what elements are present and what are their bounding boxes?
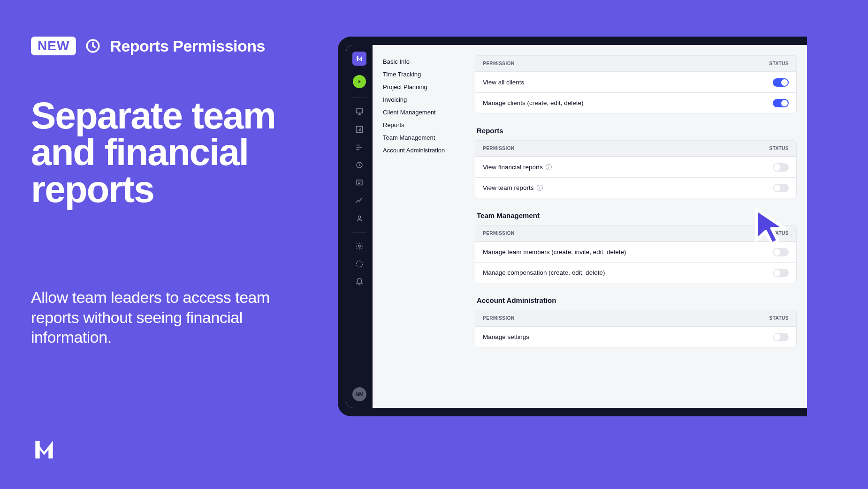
perm-row: Manage team members (create, invite, edi… (475, 241, 796, 262)
toggle[interactable] (773, 163, 789, 172)
section-nav-item[interactable]: Project Planning (383, 81, 471, 93)
col-status: STATUS (769, 61, 789, 66)
svg-point-5 (358, 216, 360, 218)
col-permission: PERMISSION (483, 316, 515, 321)
section-nav-item[interactable]: Time Tracking (383, 68, 471, 81)
toggle[interactable] (773, 78, 789, 87)
avatar[interactable]: NM (352, 387, 366, 401)
section-nav-item[interactable]: Basic Info (383, 55, 471, 68)
perm-row: View all clients (475, 72, 796, 92)
play-timer-button[interactable] (353, 75, 366, 88)
section-nav-item[interactable]: Reports (383, 119, 471, 131)
dashboard-icon[interactable] (352, 122, 366, 136)
perm-label: View team reportsi (483, 184, 543, 191)
user-icon[interactable] (352, 211, 366, 226)
group-title: Reports (477, 127, 797, 135)
section-nav-item[interactable]: Account Administration (383, 144, 471, 157)
perm-row: Manage compensation (create, edit, delet… (475, 262, 796, 283)
marketing-subtext: Allow team leaders to access team report… (31, 287, 312, 347)
new-badge: NEW (31, 37, 76, 55)
perm-row: Manage clients (create, edit, delete) (475, 92, 796, 113)
section-nav-item[interactable]: Team Management (383, 131, 471, 144)
permissions-main: PERMISSION STATUS View all clients Manag… (471, 45, 807, 408)
perm-group-team: Team Management PERMISSION STATUS Manage… (475, 211, 797, 283)
marketing-header: NEW Reports Permissions (31, 37, 312, 55)
brand-logo-icon (31, 436, 57, 463)
section-nav-item[interactable]: Invoicing (383, 93, 471, 106)
analytics-icon[interactable] (352, 194, 366, 208)
perm-row: View financial reportsi (475, 157, 796, 177)
col-permission: PERMISSION (483, 231, 515, 236)
marketing-headline: Separate team and financial reports (31, 98, 312, 208)
svg-point-7 (356, 261, 363, 267)
section-nav: Basic Info Time Tracking Project Plannin… (373, 45, 471, 408)
perm-label: Manage compensation (create, edit, delet… (483, 269, 605, 276)
toggle[interactable] (773, 269, 789, 277)
help-icon[interactable] (352, 257, 366, 271)
col-permission: PERMISSION (483, 146, 515, 151)
toggle[interactable] (773, 99, 789, 107)
icon-rail: NM (346, 45, 373, 408)
section-nav-item[interactable]: Client Management (383, 106, 471, 119)
clock-icon (84, 38, 101, 54)
perm-label: Manage settings (483, 333, 529, 340)
perm-group-reports: Reports PERMISSION STATUS View financial… (475, 127, 797, 198)
svg-point-6 (358, 245, 361, 248)
info-icon[interactable]: i (537, 185, 543, 191)
app-logo-icon[interactable] (352, 52, 366, 66)
perm-label: Manage team members (create, invite, edi… (483, 248, 626, 256)
info-icon[interactable]: i (546, 164, 552, 170)
perm-label: View all clients (483, 79, 524, 86)
col-status: STATUS (769, 231, 789, 236)
bell-icon[interactable] (352, 275, 366, 289)
toggle[interactable] (773, 333, 789, 341)
invoice-icon[interactable] (352, 176, 366, 190)
monitor-icon[interactable] (352, 105, 366, 119)
svg-rect-4 (357, 180, 362, 185)
toggle[interactable] (773, 184, 789, 192)
list-icon[interactable] (352, 140, 366, 154)
settings-icon[interactable] (352, 239, 366, 253)
app-frame: NM Basic Info Time Tracking Project Plan… (338, 37, 807, 416)
perm-row: View team reportsi (475, 177, 796, 198)
perm-group-clients: PERMISSION STATUS View all clients Manag… (475, 55, 797, 113)
col-status: STATUS (769, 146, 789, 151)
svg-rect-1 (356, 109, 363, 113)
perm-label: View financial reportsi (483, 164, 552, 171)
group-title: Account Administration (477, 296, 797, 304)
marketing-section-title: Reports Permissions (110, 37, 265, 55)
group-title: Team Management (477, 211, 797, 219)
perm-label: Manage clients (create, edit, delete) (483, 99, 584, 106)
col-status: STATUS (769, 316, 789, 321)
history-icon[interactable] (352, 158, 366, 172)
perm-row: Manage settings (475, 326, 796, 347)
col-permission: PERMISSION (483, 61, 515, 66)
toggle[interactable] (773, 248, 789, 256)
perm-group-account: Account Administration PERMISSION STATUS… (475, 296, 797, 347)
